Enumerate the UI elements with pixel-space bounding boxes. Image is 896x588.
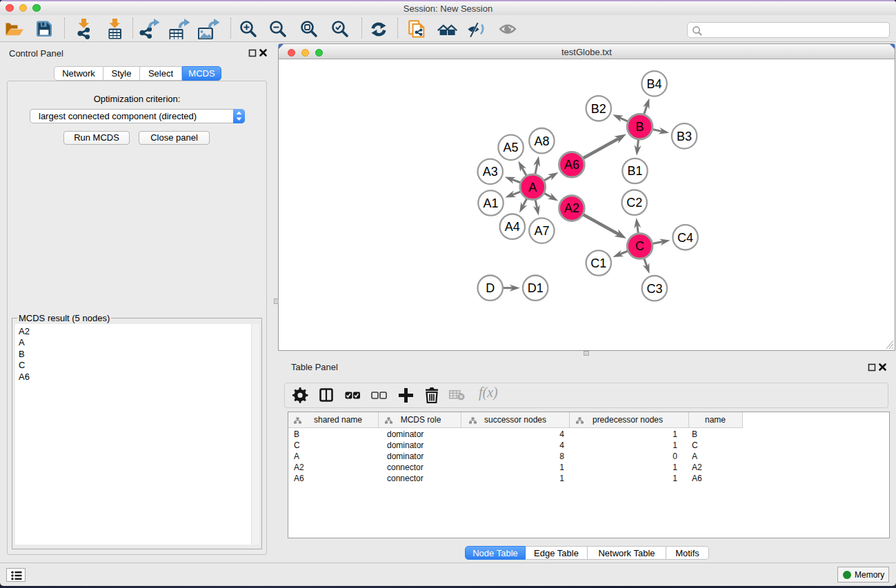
svg-text:A5: A5 <box>504 141 519 154</box>
svg-text:B4: B4 <box>647 77 662 91</box>
svg-text:B: B <box>636 120 644 134</box>
svg-text:A2: A2 <box>564 201 579 215</box>
svg-text:C2: C2 <box>626 196 642 210</box>
svg-text:A4: A4 <box>505 220 520 234</box>
svg-text:A1: A1 <box>483 196 498 210</box>
svg-text:A: A <box>528 181 537 194</box>
svg-text:C: C <box>635 239 644 253</box>
svg-text:A6: A6 <box>564 158 579 172</box>
svg-text:C1: C1 <box>590 256 606 270</box>
svg-text:C3: C3 <box>646 282 662 296</box>
svg-text:B3: B3 <box>677 130 692 143</box>
svg-text:C4: C4 <box>677 231 693 245</box>
svg-text:D: D <box>486 281 495 295</box>
svg-text:A3: A3 <box>483 165 498 179</box>
svg-text:D1: D1 <box>528 281 544 295</box>
svg-text:B1: B1 <box>627 164 642 178</box>
svg-text:A7: A7 <box>534 224 549 238</box>
svg-text:B2: B2 <box>591 102 606 116</box>
svg-text:A8: A8 <box>534 134 549 148</box>
